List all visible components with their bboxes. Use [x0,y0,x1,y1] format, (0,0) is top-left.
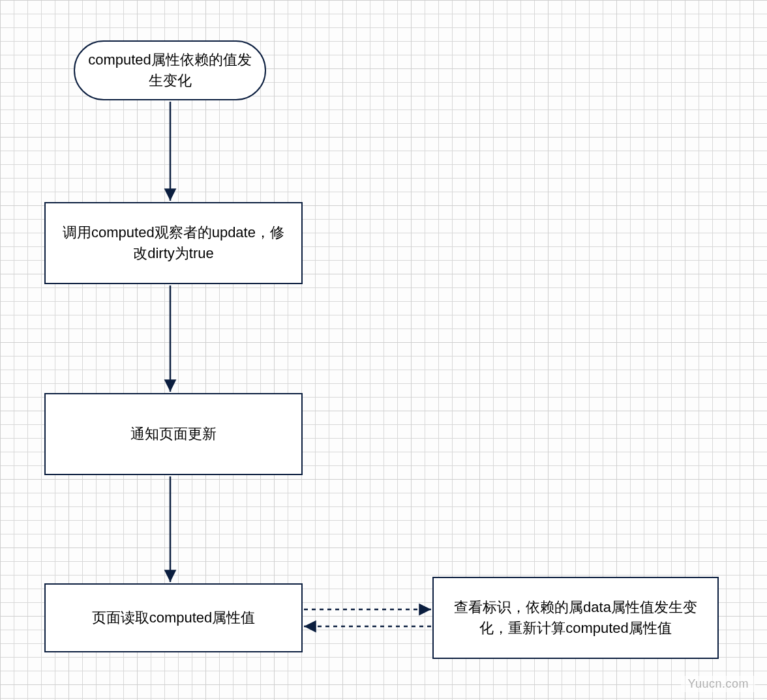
node-update: 调用computed观察者的update，修改dirty为true [44,202,303,284]
node-notify-label: 通知页面更新 [130,424,217,445]
node-read: 页面读取computed属性值 [44,583,303,652]
node-read-label: 页面读取computed属性值 [92,607,256,628]
node-start: computed属性依赖的值发生变化 [74,40,266,100]
node-recalc-label: 查看标识，依赖的属data属性值发生变化，重新计算computed属性值 [444,597,707,639]
node-update-label: 调用computed观察者的update，修改dirty为true [56,222,291,264]
node-start-label: computed属性依赖的值发生变化 [85,50,254,91]
watermark: Yuucn.com [681,676,755,692]
node-notify: 通知页面更新 [44,393,303,475]
node-recalc: 查看标识，依赖的属data属性值发生变化，重新计算computed属性值 [432,577,719,659]
